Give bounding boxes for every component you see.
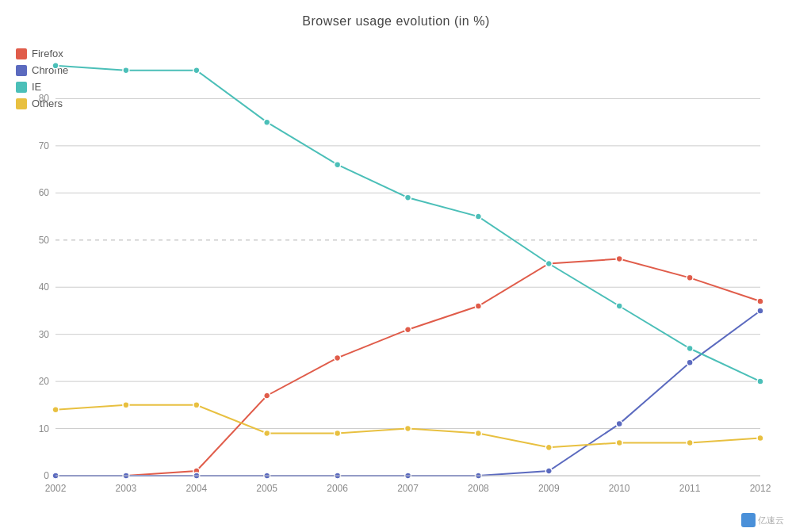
svg-point-67 xyxy=(405,426,411,432)
svg-point-48 xyxy=(616,421,622,427)
svg-text:2004: 2004 xyxy=(186,483,207,494)
svg-text:80: 80 xyxy=(39,93,50,104)
svg-point-57 xyxy=(475,213,481,220)
svg-text:20: 20 xyxy=(39,376,50,387)
svg-text:50: 50 xyxy=(39,235,50,246)
svg-point-33 xyxy=(335,354,341,361)
svg-point-51 xyxy=(52,63,59,69)
svg-point-72 xyxy=(757,434,763,441)
chart-container: Browser usage evolution (in %) Firefox C… xyxy=(0,0,792,532)
svg-point-56 xyxy=(405,194,411,201)
svg-point-65 xyxy=(264,431,270,437)
svg-point-54 xyxy=(264,119,270,125)
svg-point-68 xyxy=(475,431,481,437)
svg-text:2006: 2006 xyxy=(327,483,348,494)
svg-point-66 xyxy=(335,431,341,437)
watermark-text: 亿速云 xyxy=(758,515,784,526)
svg-point-37 xyxy=(616,256,622,262)
svg-point-32 xyxy=(264,392,270,399)
svg-point-35 xyxy=(475,303,481,309)
svg-text:2003: 2003 xyxy=(116,483,137,494)
svg-text:60: 60 xyxy=(39,187,50,198)
chart-svg: 0102030405060708020022003200420052006200… xyxy=(0,36,792,519)
svg-point-52 xyxy=(123,67,129,74)
svg-text:2011: 2011 xyxy=(679,483,701,494)
svg-point-64 xyxy=(193,402,200,408)
svg-point-55 xyxy=(335,162,341,168)
svg-text:2012: 2012 xyxy=(750,483,771,494)
svg-point-70 xyxy=(616,439,622,446)
svg-text:2008: 2008 xyxy=(468,483,489,494)
svg-text:40: 40 xyxy=(39,281,50,293)
svg-point-58 xyxy=(545,261,552,267)
svg-text:2002: 2002 xyxy=(45,483,67,494)
svg-text:0: 0 xyxy=(44,470,49,481)
svg-text:2009: 2009 xyxy=(538,483,560,494)
svg-point-34 xyxy=(405,327,411,333)
svg-point-59 xyxy=(616,303,622,309)
svg-point-71 xyxy=(687,439,693,446)
svg-point-38 xyxy=(687,274,693,281)
svg-point-39 xyxy=(757,298,763,304)
svg-point-47 xyxy=(545,468,552,474)
watermark-logo xyxy=(741,513,756,527)
svg-point-53 xyxy=(193,67,200,74)
svg-point-49 xyxy=(687,359,693,366)
svg-point-62 xyxy=(52,407,59,413)
watermark: 亿速云 xyxy=(741,513,784,527)
chart-title: Browser usage evolution (in %) xyxy=(0,0,792,29)
svg-point-60 xyxy=(687,346,693,352)
svg-text:2010: 2010 xyxy=(609,483,630,494)
svg-text:10: 10 xyxy=(39,423,50,434)
svg-text:2007: 2007 xyxy=(397,483,419,494)
svg-point-69 xyxy=(545,444,552,450)
svg-point-63 xyxy=(123,402,129,408)
svg-text:2005: 2005 xyxy=(256,483,277,494)
svg-point-61 xyxy=(757,378,763,385)
svg-text:70: 70 xyxy=(39,140,50,151)
svg-text:30: 30 xyxy=(39,329,50,340)
svg-point-50 xyxy=(757,308,763,314)
